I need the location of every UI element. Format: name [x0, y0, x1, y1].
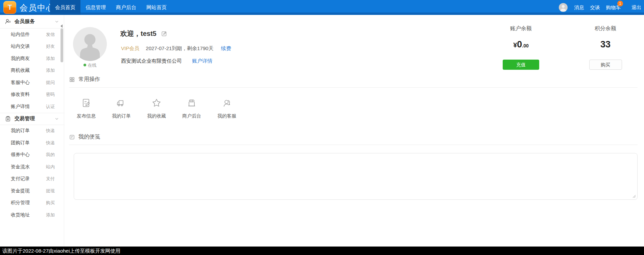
action-my-favorites[interactable]: 我的收藏	[139, 98, 174, 119]
item-hint[interactable]: 站内	[46, 164, 55, 170]
user-avatar-small[interactable]	[559, 3, 568, 12]
item-label: 资金提现	[11, 188, 30, 194]
tab-merchant-backend[interactable]: 商户后台	[111, 0, 141, 15]
tab-site-home[interactable]: 网站首页	[141, 0, 172, 15]
sidebar-item-funds-flow[interactable]: 资金流水 站内	[0, 161, 64, 173]
sidebar-item-my-contacts[interactable]: 我的商友 添加	[0, 52, 64, 65]
notes-container	[74, 153, 638, 200]
item-hint[interactable]: 添加	[46, 212, 55, 218]
note-icon	[69, 134, 75, 140]
person-icon	[73, 27, 107, 61]
account-balance-label: 账户余额	[491, 25, 551, 32]
item-hint[interactable]: 提现	[46, 188, 55, 194]
item-hint[interactable]: 我的	[46, 152, 55, 158]
account-balance-block: 账户余额 ¥0.00 充值	[491, 25, 551, 70]
buy-points-button[interactable]: 购买	[589, 60, 622, 70]
item-hint[interactable]: 密码	[46, 91, 55, 98]
app-title: 会员中心	[20, 2, 55, 13]
item-hint[interactable]: 快递	[46, 140, 55, 146]
account-details-link[interactable]: 账户详情	[192, 58, 212, 64]
action-customer-service[interactable]: 我的客服	[209, 98, 244, 119]
chevron-down-icon	[54, 116, 59, 121]
sidebar-section-transaction-management[interactable]: 交易管理	[0, 113, 64, 125]
sidebar-item-site-mail[interactable]: 站内信件 发信	[0, 28, 64, 41]
star-icon	[151, 98, 162, 108]
item-label: 团购订单	[11, 140, 30, 146]
tab-info-management[interactable]: 信息管理	[80, 0, 111, 15]
action-label: 商户后台	[182, 113, 201, 119]
renew-link[interactable]: 续费	[221, 45, 231, 51]
account-balance-amount: ¥0.00	[491, 39, 551, 51]
item-hint[interactable]: 支付	[46, 176, 55, 182]
notes-title: 我的便笺	[78, 133, 100, 141]
tab-member-home[interactable]: 会员首页	[50, 0, 80, 15]
item-label: 修改资料	[11, 91, 30, 98]
footer-watermark-bar: 该图片于2022-08-27由xiaohei上传至模板开发网使用	[0, 247, 644, 255]
divider	[69, 145, 638, 145]
person-icon	[559, 3, 568, 12]
edit-profile-icon[interactable]	[161, 30, 167, 37]
item-hint[interactable]: 添加	[46, 56, 55, 62]
item-hint[interactable]: 快递	[46, 128, 55, 134]
recharge-button[interactable]: 充值	[503, 60, 539, 70]
item-label: 我的订单	[11, 128, 30, 134]
sidebar-item-withdrawal[interactable]: 资金提现 提现	[0, 185, 64, 197]
item-label: 支付记录	[11, 176, 30, 182]
welcome-title: 欢迎，test5	[120, 29, 157, 38]
quick-actions-header: 常用操作	[69, 76, 100, 83]
app-logo[interactable]: T	[3, 1, 16, 14]
sidebar-item-coupon-center[interactable]: 领券中心 我的	[0, 149, 64, 161]
sidebar-item-edit-profile[interactable]: 修改资料 密码	[0, 89, 64, 101]
item-hint[interactable]: 购买	[46, 200, 55, 206]
item-label: 资金流水	[11, 164, 30, 170]
action-label: 我的客服	[217, 113, 236, 119]
sidebar-item-account-details[interactable]: 账户详情 认证	[0, 101, 64, 113]
transaction-icon	[5, 115, 11, 122]
menu-messages[interactable]: 消息	[574, 4, 584, 11]
sidebar-item-opportunity-favorites[interactable]: 商机收藏 添加	[0, 65, 64, 77]
main-content: 在线 欢迎，test5 VIP会员 2027-07-21到期，剩余1790天 续…	[64, 15, 644, 247]
menu-logout[interactable]: 退出	[631, 4, 641, 11]
sidebar-collapse-icon[interactable]	[61, 24, 63, 28]
item-label: 站内信件	[11, 31, 30, 38]
item-hint[interactable]: 认证	[46, 104, 55, 110]
sidebar-item-service-center[interactable]: 客服中心 提问	[0, 77, 64, 89]
online-status: 在线	[73, 62, 107, 68]
notes-textarea[interactable]	[74, 153, 638, 200]
publish-info-icon	[81, 98, 92, 108]
profile-avatar[interactable]	[73, 27, 107, 61]
action-my-orders[interactable]: 我的订单	[104, 98, 139, 119]
item-hint[interactable]: 好友	[46, 43, 55, 49]
section-title: 会员服务	[15, 18, 54, 25]
chevron-down-icon	[54, 19, 59, 24]
sidebar-item-shipping-address[interactable]: 收货地址 添加	[0, 209, 64, 221]
points-balance-label: 积分余额	[575, 25, 636, 32]
action-label: 我的订单	[112, 113, 131, 119]
divider	[69, 87, 638, 88]
item-hint[interactable]: 添加	[46, 67, 55, 73]
vip-level-badge: VIP会员	[121, 45, 139, 51]
sidebar: 会员服务 站内信件 发信 站内交谈 好友 我的商友 添加 商机收藏 添加 客服中…	[0, 15, 64, 247]
section-title: 交易管理	[15, 115, 54, 122]
customer-service-icon	[221, 98, 232, 108]
online-dot-icon	[84, 64, 86, 66]
points-balance-block: 积分余额 33 购买	[575, 25, 636, 70]
sidebar-item-site-chat[interactable]: 站内交谈 好友	[0, 41, 64, 53]
action-merchant-backend[interactable]: 商户后台	[174, 98, 209, 119]
action-publish-info[interactable]: 发布信息	[69, 98, 104, 119]
item-hint[interactable]: 提问	[46, 80, 55, 86]
sidebar-item-payment-records[interactable]: 支付记录 支付	[0, 173, 64, 185]
item-label: 账户详情	[11, 104, 30, 110]
sidebar-item-my-orders[interactable]: 我的订单 快递	[0, 125, 64, 137]
item-label: 收货地址	[11, 212, 30, 218]
sidebar-scrollbar[interactable]	[61, 28, 63, 62]
item-hint[interactable]: 发信	[46, 31, 55, 38]
sidebar-section-member-services[interactable]: 会员服务	[0, 15, 64, 28]
action-label: 发布信息	[77, 113, 96, 119]
sidebar-item-group-orders[interactable]: 团购订单 快递	[0, 137, 64, 149]
item-label: 客服中心	[11, 80, 30, 86]
item-label: 领券中心	[11, 152, 30, 158]
menu-chat[interactable]: 交谈	[590, 4, 600, 11]
sidebar-item-points-management[interactable]: 积分管理 购买	[0, 197, 64, 209]
footer-text: 该图片于2022-08-27由xiaohei上传至模板开发网使用	[2, 248, 120, 254]
